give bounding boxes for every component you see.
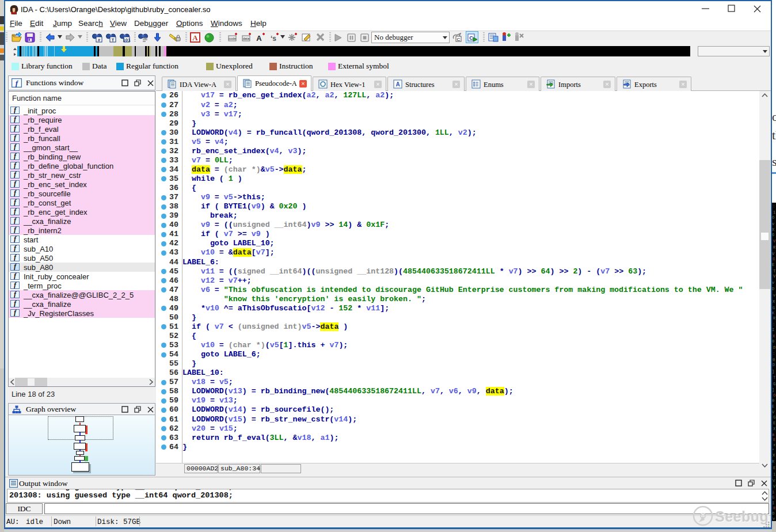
svg-text:A: A [256,34,262,43]
svg-text:C: C [469,35,473,41]
svg-text:data: data [243,37,250,40]
svg-text:#: # [98,37,101,43]
svg-text:A: A [192,33,198,42]
svg-text:T: T [112,37,115,43]
svg-text:‘s: ‘s [271,35,276,43]
svg-text:64: 64 [11,10,16,16]
svg-text:101: 101 [123,37,131,43]
svg-text:A: A [395,81,400,88]
svg-text:code: code [229,37,237,40]
svg-text:C: C [457,37,461,42]
